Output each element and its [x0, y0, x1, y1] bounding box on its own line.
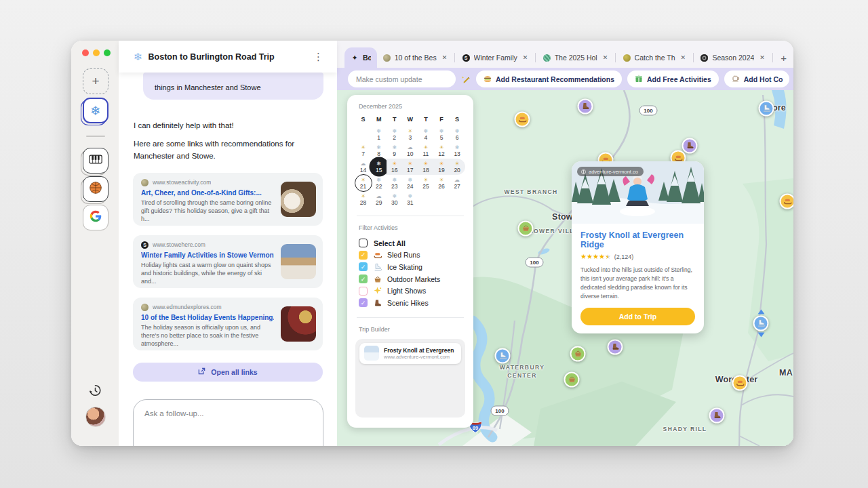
tab-close-icon[interactable]: ✕	[760, 54, 765, 61]
new-tab-button[interactable]: +	[774, 52, 793, 64]
calendar-day-3[interactable]: ☀3	[402, 126, 418, 142]
calendar-day-8[interactable]: ❄8	[371, 142, 387, 159]
calendar-day-4[interactable]: ❄4	[418, 126, 433, 142]
open-all-links-button[interactable]: Open all links	[133, 363, 323, 382]
chat-menu-button[interactable]: ⋮	[311, 49, 326, 64]
map-marker-hike[interactable]	[682, 138, 698, 154]
tab-close-icon[interactable]: ✕	[523, 54, 528, 61]
sidebar-item-google-app[interactable]	[83, 205, 108, 230]
tab-winter-family[interactable]: SWinter Family✕	[456, 47, 534, 68]
calendar-day-6[interactable]: ❄6	[450, 126, 465, 142]
checkbox[interactable]	[359, 287, 368, 296]
filter-row-sled-runs[interactable]: ✓Sled Runs	[355, 249, 465, 262]
history-button[interactable]	[87, 383, 104, 399]
map-marker-sled[interactable]	[732, 375, 748, 391]
link-card[interactable]: Swww.stowehere.comWinter Family Activiti…	[133, 235, 323, 288]
custom-update-input[interactable]	[348, 70, 456, 87]
window-zoom-button[interactable]	[104, 49, 111, 56]
map-marker-skate[interactable]	[753, 316, 769, 331]
new-project-button[interactable]: +	[83, 68, 108, 94]
link-card-title[interactable]: Art, Cheer, and One-of-a-Kind Gifts:...	[141, 189, 274, 197]
map-marker-hike[interactable]	[709, 408, 725, 424]
filter-row-select-all[interactable]: Select All	[355, 237, 465, 249]
sidebar-item-basketball-app[interactable]	[83, 176, 108, 202]
calendar-day-13[interactable]: ❄13	[450, 142, 465, 159]
tab-close-icon[interactable]: ✕	[442, 54, 448, 61]
calendar-day-30[interactable]: ❄30	[387, 191, 402, 207]
calendar-day-18[interactable]: ☀18	[418, 159, 433, 175]
calendar-day-26[interactable]: ☀26	[433, 175, 449, 191]
checkbox[interactable]: ✓	[359, 262, 368, 271]
calendar-day-22[interactable]: ❄22	[371, 175, 387, 191]
link-card-title[interactable]: 10 of the Best Holiday Events Happening.…	[141, 314, 274, 321]
calendar-day-2[interactable]: ❄2	[387, 126, 402, 142]
calendar-day-29[interactable]: ☁29	[371, 191, 387, 207]
calendar-day-15[interactable]: ❄15	[371, 159, 387, 175]
calendar-day-12[interactable]: ☀12	[433, 142, 449, 159]
user-avatar[interactable]	[85, 407, 106, 427]
calendar-day-19[interactable]: ☀19	[433, 159, 449, 175]
window-close-button[interactable]	[82, 49, 89, 56]
chip-add-restaurant-recommendations[interactable]: Add Restaurant Recommendations	[476, 70, 622, 87]
calendar-day-11[interactable]: ☀11	[418, 142, 433, 159]
link-card-title[interactable]: Winter Family Activities in Stowe Vermon…	[141, 251, 274, 259]
weekday-label: S	[355, 116, 371, 123]
magic-pencil-icon[interactable]	[461, 72, 471, 87]
map-canvas[interactable]: WEST BRANCHStoweLOWER VILLAGEWATERBURYCE…	[337, 90, 793, 446]
chip-add-hot-co[interactable]: Add Hot Co	[724, 70, 789, 87]
map-marker-market[interactable]	[564, 372, 580, 388]
map-marker-skate[interactable]	[759, 101, 774, 117]
map-marker-hike[interactable]	[578, 99, 593, 115]
calendar-day-23[interactable]: ❄23	[387, 175, 402, 191]
tab-favicon-icon: S	[462, 54, 470, 62]
tab-close-icon[interactable]: ✕	[681, 54, 686, 61]
calendar-day-24[interactable]: ❄24	[402, 175, 418, 191]
tab-season-2024[interactable]: Season 2024✕	[694, 47, 770, 68]
calendar-day-7[interactable]: ☀7	[355, 142, 371, 159]
basket-icon	[574, 348, 582, 360]
snow-weather-icon: ❄	[408, 177, 412, 183]
tab-catch-the-th[interactable]: Catch the Th✕	[617, 47, 692, 68]
filter-row-light-shows[interactable]: Light Shows	[355, 285, 465, 297]
link-card[interactable]: www.edmundexplores.com10 of the Best Hol…	[133, 298, 323, 350]
map-marker-hike[interactable]	[608, 340, 623, 355]
calendar-day-16[interactable]: ☀16	[387, 159, 402, 175]
tab-close-icon[interactable]: ✕	[603, 54, 608, 61]
calendar-day-20[interactable]: ☀20	[450, 159, 465, 175]
popup-title-link[interactable]: Frosty Knoll at Evergreen Ridge	[580, 230, 695, 249]
filter-row-scenic-hikes[interactable]: ✓Scenic Hikes	[355, 297, 465, 309]
trip-builder-item[interactable]: Frosty Knoll at Evergreen www.adventure-…	[359, 343, 461, 364]
link-card[interactable]: www.stoweactivity.comArt, Cheer, and One…	[133, 173, 323, 226]
map-marker-market[interactable]	[570, 346, 586, 362]
map-marker-skate[interactable]	[495, 348, 511, 364]
add-to-trip-button[interactable]: Add to Trip	[580, 308, 695, 325]
checkbox[interactable]: ✓	[359, 274, 368, 283]
calendar-day-5[interactable]: ❄5	[433, 126, 449, 142]
filter-row-outdoor-markets[interactable]: ✓Outdoor Markets	[355, 273, 465, 285]
checkbox[interactable]: ✓	[359, 251, 368, 260]
calendar-day-25[interactable]: ☀25	[418, 175, 433, 191]
window-minimize-button[interactable]	[93, 49, 100, 56]
calendar-day-9[interactable]: ❄9	[387, 142, 402, 159]
checkbox[interactable]: ✓	[359, 298, 368, 307]
map-marker-sled[interactable]	[515, 112, 530, 127]
sidebar-item-piano-app[interactable]	[83, 148, 108, 174]
follow-up-input[interactable]	[133, 399, 323, 446]
map-marker-market[interactable]	[518, 221, 534, 237]
calendar-day-17[interactable]: ☀17	[402, 159, 418, 175]
calendar-day-21[interactable]: ☀21	[355, 175, 371, 191]
tab-boston-to-burlin[interactable]: ✦Boston to Burlin	[344, 47, 377, 68]
chip-add-free-activities[interactable]: Add Free Activities	[627, 70, 719, 87]
sidebar-item-trip-app[interactable]: ❄	[83, 98, 108, 123]
calendar-day-1[interactable]: ❄1	[371, 126, 387, 142]
gift-icon	[635, 75, 643, 84]
calendar-day-10[interactable]: ☁10	[402, 142, 418, 159]
calendar-day-31[interactable]: ❄31	[402, 191, 418, 207]
calendar-day-28[interactable]: ☀28	[355, 191, 371, 207]
calendar-day-27[interactable]: ☁27	[450, 175, 465, 191]
tab-the-2025-hol[interactable]: The 2025 Hol✕	[537, 47, 614, 68]
tab-10-of-the-bes[interactable]: 10 of the Bes✕	[377, 47, 453, 68]
checkbox[interactable]	[359, 239, 368, 247]
filter-row-ice-skating[interactable]: ✓Ice Skating	[355, 261, 465, 273]
map-marker-sled[interactable]	[780, 194, 794, 209]
